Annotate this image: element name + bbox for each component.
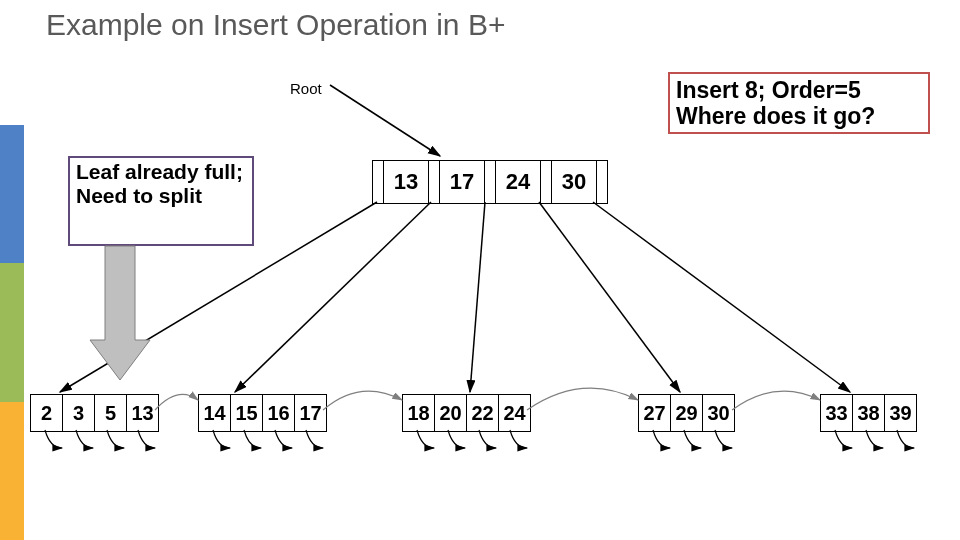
leaf-node: 14 15 16 17 [198, 394, 327, 432]
root-key: 30 [552, 161, 597, 203]
leaf-cell: 16 [263, 395, 295, 431]
leaf-cell: 29 [671, 395, 703, 431]
svg-line-2 [235, 202, 431, 392]
leaf-cell: 17 [295, 395, 326, 431]
leaf-cell: 20 [435, 395, 467, 431]
leaf-cell: 5 [95, 395, 127, 431]
leaf-cell: 22 [467, 395, 499, 431]
sidebar-stripe-green [0, 263, 24, 401]
color-sidebar [0, 125, 24, 540]
leaf-node: 18 20 22 24 [402, 394, 531, 432]
leaf-cell: 15 [231, 395, 263, 431]
leaf-cell: 38 [853, 395, 885, 431]
sidebar-stripe-blue [0, 125, 24, 263]
root-pointer [597, 161, 607, 203]
leaf-cell: 13 [127, 395, 158, 431]
root-label: Root [290, 80, 322, 97]
svg-line-4 [539, 202, 680, 392]
leaf-cell: 2 [31, 395, 63, 431]
insert-callout-text: Insert 8; Order=5 Where does it go? [676, 77, 928, 130]
svg-line-0 [330, 85, 440, 156]
insert-callout: Insert 8; Order=5 Where does it go? [668, 72, 930, 134]
leaf-cell: 18 [403, 395, 435, 431]
root-key: 13 [384, 161, 429, 203]
leaf-cell: 14 [199, 395, 231, 431]
root-key: 17 [440, 161, 485, 203]
root-pointer [485, 161, 496, 203]
leaf-full-callout: Leaf already full; Need to split [68, 156, 254, 246]
leaf-cell: 30 [703, 395, 734, 431]
root-pointer [373, 161, 384, 203]
svg-line-3 [470, 202, 485, 392]
leaf-cell: 27 [639, 395, 671, 431]
leaf-cell: 24 [499, 395, 530, 431]
leaf-node: 33 38 39 [820, 394, 917, 432]
svg-line-5 [593, 202, 850, 392]
leaf-node: 2 3 5 13 [30, 394, 159, 432]
leaf-cell: 39 [885, 395, 916, 431]
root-key: 24 [496, 161, 541, 203]
leaf-cell: 3 [63, 395, 95, 431]
root-pointer [541, 161, 552, 203]
root-node: 13 17 24 30 [372, 160, 608, 204]
leaf-node: 27 29 30 [638, 394, 735, 432]
leaf-cell: 33 [821, 395, 853, 431]
sidebar-stripe-yellow [0, 402, 24, 540]
leaf-full-text: Leaf already full; Need to split [76, 160, 243, 207]
slide-title: Example on Insert Operation in B+ [46, 8, 505, 42]
root-pointer [429, 161, 440, 203]
